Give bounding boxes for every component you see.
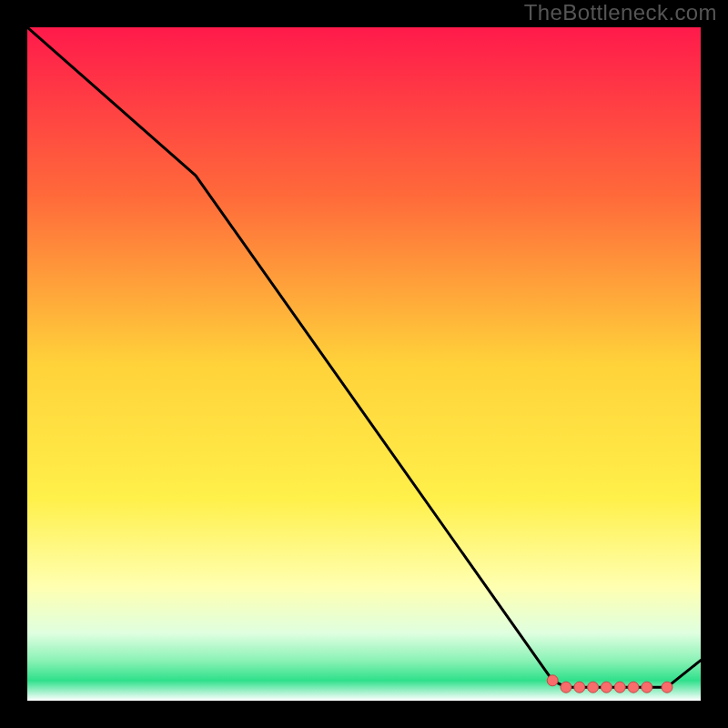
data-marker: [561, 682, 571, 693]
plot-area: [27, 27, 701, 701]
data-marker: [547, 675, 558, 686]
data-marker: [662, 682, 672, 693]
data-marker: [628, 682, 639, 693]
data-marker: [588, 682, 599, 693]
data-marker: [601, 682, 612, 693]
watermark-text: TheBottleneck.com: [524, 0, 717, 25]
data-marker: [642, 682, 652, 693]
data-marker: [574, 682, 585, 693]
data-marker: [614, 682, 625, 693]
plot-background: [27, 27, 701, 701]
chart-svg: [27, 27, 701, 701]
chart-frame: TheBottleneck.com: [0, 0, 728, 728]
